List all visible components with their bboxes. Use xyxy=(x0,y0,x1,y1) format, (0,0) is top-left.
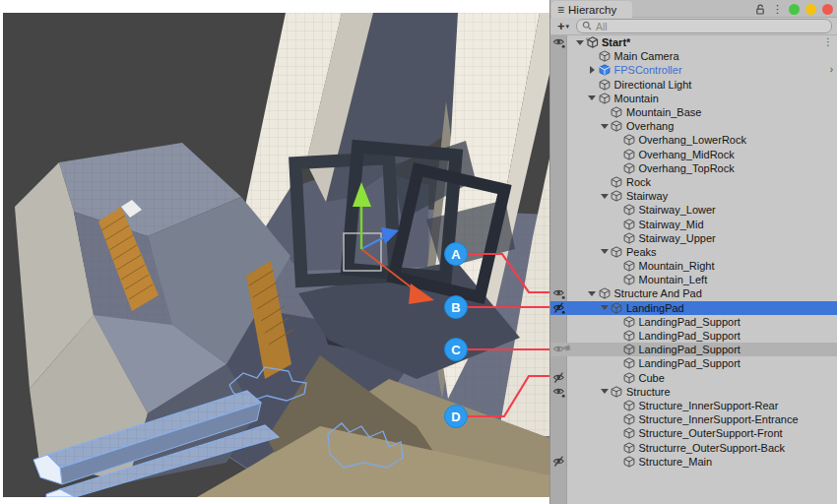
foldout-arrow[interactable] xyxy=(598,245,611,259)
gameobject-cube-icon xyxy=(599,50,612,63)
window-button-green[interactable] xyxy=(789,4,800,15)
gutter-cell xyxy=(550,133,567,147)
foldout-spacer xyxy=(611,455,623,469)
lock-icon[interactable] xyxy=(754,3,766,16)
open-prefab-chevron-icon[interactable]: › xyxy=(830,65,833,75)
gameobject-cube-icon xyxy=(623,148,636,160)
create-object-button[interactable]: +▾ xyxy=(550,19,576,33)
foldout-arrow[interactable] xyxy=(586,63,599,77)
tree-row[interactable]: Main Camera xyxy=(550,49,837,63)
tree-row[interactable]: Overhang xyxy=(550,119,837,133)
tree-row[interactable]: Structure_InnerSupport-Rear xyxy=(550,399,837,412)
tree-row[interactable]: Directional Light xyxy=(550,78,837,92)
callout-letter: A xyxy=(451,247,460,262)
foldout-spacer xyxy=(611,426,623,440)
window-button-red[interactable] xyxy=(822,4,833,15)
gutter-cell xyxy=(550,259,567,273)
visibility-toggle[interactable] xyxy=(550,385,567,399)
tree-row[interactable]: Structure_InnerSupport-Entrance xyxy=(550,412,837,426)
window-controls: ⋮ xyxy=(754,0,833,18)
tree-row[interactable]: Stairway_Mid xyxy=(550,217,837,230)
pick-hand-icon[interactable]: ☛ xyxy=(560,343,573,356)
tree-row[interactable]: Structurre_OuterSupport-Back xyxy=(550,440,837,454)
visibility-toggle[interactable] xyxy=(550,455,567,469)
gameobject-cube-icon xyxy=(611,190,623,203)
tree-row[interactable]: Stairway_Upper xyxy=(550,231,837,245)
indent-spacer xyxy=(567,419,611,420)
tree-row[interactable]: FPSController› xyxy=(550,63,837,77)
tree-row[interactable]: Rock xyxy=(550,175,837,189)
visibility-toggle[interactable] xyxy=(550,301,567,315)
foldout-arrow[interactable] xyxy=(598,189,611,203)
tree-row[interactable]: Mountain_Right xyxy=(550,259,837,273)
tree-row[interactable]: Structure And Pad xyxy=(550,286,837,300)
search-input[interactable] xyxy=(596,21,826,32)
object-label: Structure_OuterSupport-Front xyxy=(639,427,783,439)
foldout-spacer xyxy=(611,329,623,343)
tree-row[interactable]: Mountain_Base xyxy=(550,105,837,119)
window-button-yellow[interactable] xyxy=(805,4,816,15)
indent-spacer xyxy=(567,167,611,168)
visibility-toggle[interactable]: ☛ xyxy=(550,343,567,356)
plus-icon: + xyxy=(557,19,565,33)
visibility-toggle[interactable] xyxy=(550,371,567,385)
search-field[interactable] xyxy=(576,19,832,33)
visibility-toggle[interactable] xyxy=(550,286,567,300)
foldout-arrow[interactable] xyxy=(598,119,611,133)
indent-spacer xyxy=(567,433,611,434)
tree-row[interactable]: LandingPad_Support xyxy=(550,356,837,370)
indent-spacer xyxy=(567,391,598,392)
foldout-arrow[interactable] xyxy=(598,301,611,315)
gameobject-cube-icon xyxy=(623,161,636,174)
indent-spacer xyxy=(567,336,611,337)
gameobject-cube-icon xyxy=(623,357,636,370)
tree-row[interactable]: LandingPad xyxy=(550,301,837,315)
gameobject-cube-icon xyxy=(623,427,636,440)
tree-row[interactable]: LandingPad_Support xyxy=(550,329,837,343)
foldout-arrow[interactable] xyxy=(573,35,586,49)
foldout-arrow[interactable] xyxy=(586,92,599,105)
gameobject-cube-icon xyxy=(611,120,623,133)
gutter-cell xyxy=(550,315,567,329)
tree-row[interactable]: LandingPad_Support xyxy=(550,315,837,329)
panel-menu-icon[interactable]: ⋮ xyxy=(772,4,783,15)
object-label: Peaks xyxy=(626,246,657,258)
gameobject-cube-icon xyxy=(623,413,636,426)
tree-row[interactable]: Stairway xyxy=(550,189,837,203)
tree-row[interactable]: Stairway_Lower xyxy=(550,203,837,217)
tree-row[interactable]: Overhang_MidRock xyxy=(550,148,837,161)
tree-row[interactable]: ☛LandingPad_Support xyxy=(550,343,837,356)
tab-hierarchy[interactable]: ≡ Hierarchy xyxy=(551,1,632,18)
screenshot-root: A B C D ≡ Hierarchy ⋮ +▾ xyxy=(0,0,837,504)
object-label: Structure And Pad xyxy=(614,287,702,299)
tree-row[interactable]: Overhang_TopRock xyxy=(550,161,837,175)
gutter-cell xyxy=(550,245,567,259)
tree-row[interactable]: Overhang_LowerRock xyxy=(550,133,837,147)
tree-row[interactable]: Structure xyxy=(550,385,837,399)
gameobject-cube-icon xyxy=(611,301,623,314)
foldout-arrow[interactable] xyxy=(598,385,611,399)
foldout-arrow[interactable] xyxy=(586,286,599,300)
tree-row[interactable]: Cube xyxy=(550,371,837,385)
gutter-cell xyxy=(550,63,567,77)
gameobject-cube-icon xyxy=(623,371,636,384)
indent-spacer xyxy=(567,321,611,322)
tree-row[interactable]: Structure_Main xyxy=(550,455,837,469)
gameobject-cube-icon xyxy=(623,344,636,356)
tree-row[interactable]: Peaks xyxy=(550,245,837,259)
scene-options-icon[interactable]: ⋮ xyxy=(823,37,833,47)
gameobject-cube-icon xyxy=(611,106,623,119)
tree-row[interactable]: Mountain xyxy=(550,92,837,105)
object-label: Mountain_Right xyxy=(639,260,715,272)
search-icon xyxy=(582,21,593,32)
tree-row[interactable]: Mountain_Left xyxy=(550,273,837,286)
gameobject-cube-icon xyxy=(623,204,636,217)
object-label: Rock xyxy=(626,176,651,188)
indent-spacer xyxy=(567,97,586,98)
visibility-toggle[interactable] xyxy=(550,35,567,49)
object-label: Structure xyxy=(626,386,671,398)
object-label: Main Camera xyxy=(614,50,679,62)
tree-row[interactable]: Structure_OuterSupport-Front xyxy=(550,426,837,440)
gameobject-cube-icon xyxy=(623,315,636,328)
tree-row[interactable]: Start*⋮ xyxy=(550,35,837,49)
